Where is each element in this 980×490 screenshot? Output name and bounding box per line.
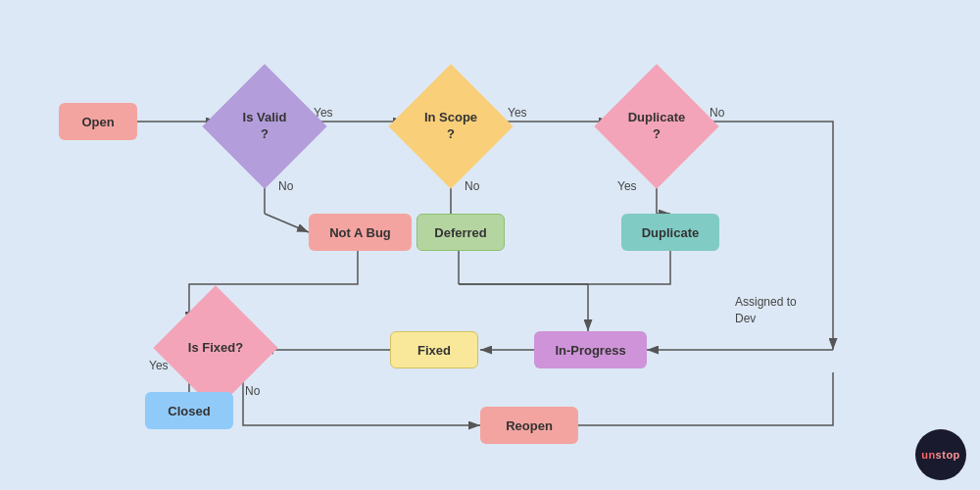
yes4-label: Yes <box>149 359 169 372</box>
duplicate-result-node: Duplicate <box>621 214 719 251</box>
yes3-label: Yes <box>617 179 637 193</box>
no2-label: No <box>465 179 479 193</box>
closed-node: Closed <box>145 392 233 429</box>
open-node: Open <box>59 103 137 140</box>
no1-label: No <box>278 179 293 193</box>
unstop-logo: unstop <box>915 429 966 480</box>
flowchart-canvas: Open Is Valid? In Scope? Duplicate? Not … <box>0 0 980 490</box>
deferred-node: Deferred <box>416 214 505 251</box>
duplicate-question-node: Duplicate? <box>594 64 718 188</box>
not-a-bug-node: Not A Bug <box>309 214 412 251</box>
fixed-node: Fixed <box>390 331 478 368</box>
svg-line-5 <box>265 214 309 232</box>
yes2-label: Yes <box>508 106 527 120</box>
in-progress-node: In-Progress <box>534 331 647 368</box>
no4-label: No <box>245 384 260 398</box>
yes1-label: Yes <box>314 106 333 120</box>
in-scope-node: In Scope? <box>388 64 513 188</box>
assigned-to-dev-label: Assigned toDev <box>735 294 797 327</box>
no3-label: No <box>710 106 724 120</box>
reopen-node: Reopen <box>480 407 578 444</box>
is-valid-node: Is Valid? <box>202 64 326 188</box>
